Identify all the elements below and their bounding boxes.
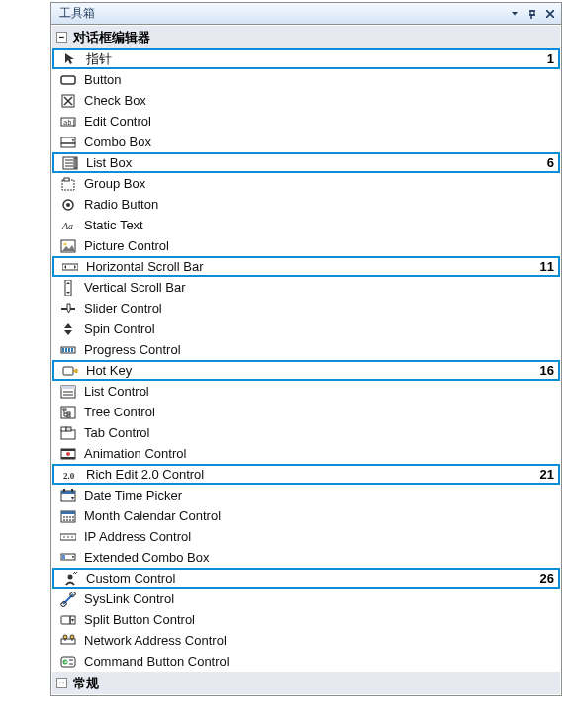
netaddr-icon	[60, 633, 76, 649]
toolbox-item[interactable]: Radio Button	[52, 194, 560, 215]
cmdbutton-icon	[60, 654, 76, 670]
toolbox-item[interactable]: Button	[52, 69, 560, 90]
toolbox-item[interactable]: 2.0Rich Edit 2.0 Control21	[52, 464, 560, 485]
toolbox-item[interactable]: Check Box	[52, 90, 560, 111]
toolbox-item[interactable]: 指针1	[52, 48, 560, 69]
close-icon[interactable]	[541, 6, 559, 22]
svg-rect-38	[67, 415, 70, 417]
button-icon	[60, 72, 76, 88]
svg-rect-27	[63, 367, 73, 375]
toolbox-item[interactable]: Spin Control	[52, 318, 560, 339]
toolbox-item[interactable]: Tree Control	[52, 402, 560, 422]
pin-icon[interactable]	[523, 6, 541, 22]
svg-rect-24	[65, 348, 67, 352]
datetime-icon	[60, 488, 76, 503]
svg-rect-13	[64, 178, 69, 181]
toolbox-item[interactable]: Horizontal Scroll Bar11	[52, 256, 560, 277]
extcombo-icon	[60, 550, 76, 566]
svg-rect-25	[68, 348, 70, 352]
toolbox-item-label: Extended Combo Box	[84, 550, 209, 565]
toolbox-item-label: Group Box	[84, 176, 145, 191]
row-number: 21	[540, 467, 554, 482]
toolbox-title: 工具箱	[59, 5, 95, 22]
row-number: 11	[540, 259, 554, 274]
syslink-icon	[60, 592, 76, 607]
svg-rect-43	[61, 449, 75, 451]
toolbox-item-label: Command Button Control	[84, 654, 230, 669]
dropdown-icon[interactable]	[506, 6, 523, 22]
svg-rect-23	[62, 348, 64, 352]
toolbox-item[interactable]: Group Box	[52, 173, 560, 194]
toolbox-item-label: Vertical Scroll Bar	[84, 280, 186, 295]
collapse-icon[interactable]: −	[56, 678, 67, 688]
svg-rect-11	[74, 158, 76, 168]
row-number: 26	[540, 571, 554, 586]
svg-rect-72	[61, 639, 75, 644]
richedit-icon: 2.0	[62, 467, 78, 483]
section-general[interactable]: − 常规	[52, 672, 560, 694]
toolbox-item[interactable]: Slider Control	[52, 298, 560, 318]
toolbox-item[interactable]: Custom Control26	[52, 568, 560, 589]
toolbox-item[interactable]: IP Address Control	[52, 526, 560, 547]
svg-rect-57	[63, 519, 65, 521]
svg-text:Aa: Aa	[61, 221, 73, 231]
toolbox-item[interactable]: Extended Combo Box	[52, 547, 560, 568]
toolbox-item[interactable]: Tab Control	[52, 422, 560, 443]
toolbox-item-label: Horizontal Scroll Bar	[86, 259, 204, 274]
picture-icon	[60, 238, 76, 254]
month-icon	[60, 508, 76, 524]
row-number: 1	[547, 51, 554, 66]
toolbox-item-label: Button	[84, 72, 122, 87]
svg-point-18	[64, 242, 67, 245]
toolbox-item[interactable]: Combo Box	[52, 132, 560, 152]
svg-point-62	[63, 536, 65, 538]
toolbox-item[interactable]: Date Time Picker	[52, 485, 560, 505]
toolbox-item[interactable]: Hot Key16	[52, 360, 560, 381]
toolbox-item[interactable]: Progress Control	[52, 339, 560, 360]
section-dialog-editor[interactable]: − 对话框编辑器	[52, 26, 560, 48]
svg-rect-36	[67, 412, 70, 414]
toolbox-item-label: Picture Control	[84, 238, 169, 253]
tab-icon	[60, 425, 76, 441]
toolbox-item[interactable]: Command Button Control	[52, 651, 560, 672]
section-label: 常规	[73, 675, 99, 692]
tree-icon	[60, 405, 76, 420]
svg-rect-54	[66, 516, 68, 518]
toolbox-item-label: Check Box	[84, 93, 146, 108]
toolbox-item[interactable]: List Box6	[52, 152, 560, 173]
svg-point-64	[71, 536, 73, 538]
svg-point-73	[63, 635, 67, 639]
svg-point-45	[66, 452, 70, 456]
toolbox-item[interactable]: SysLink Control	[52, 589, 560, 609]
row-number: 6	[547, 155, 554, 170]
svg-rect-29	[61, 386, 75, 389]
section-label: 对话框编辑器	[73, 29, 150, 46]
toolbox-item[interactable]: Animation Control	[52, 443, 560, 464]
row-number: 16	[540, 363, 554, 378]
toolbox-item[interactable]: AaStatic Text	[52, 215, 560, 235]
toolbox-item-label: Animation Control	[84, 446, 186, 461]
toolbox-item-label: List Control	[84, 384, 149, 399]
toolbox-item[interactable]: List Control	[52, 381, 560, 402]
toolbox-item[interactable]: ab|Edit Control	[52, 111, 560, 132]
statictext-icon: Aa	[60, 218, 76, 233]
listbox-icon	[62, 155, 78, 171]
hotkey-icon	[62, 363, 78, 379]
svg-text:2.0: 2.0	[63, 471, 75, 481]
toolbox-item-label: Slider Control	[84, 301, 162, 316]
toolbox-item[interactable]: Network Address Control	[52, 630, 560, 651]
collapse-icon[interactable]: −	[56, 32, 67, 43]
toolbox-titlebar[interactable]: 工具箱	[51, 3, 561, 25]
toolbox-item[interactable]: Picture Control	[52, 235, 560, 256]
progress-icon	[60, 342, 76, 358]
toolbox-item[interactable]: Vertical Scroll Bar	[52, 277, 560, 298]
edit-icon: ab|	[60, 114, 76, 130]
toolbox-item[interactable]: Month Calendar Control	[52, 505, 560, 526]
svg-point-67	[68, 574, 73, 579]
toolbox-item[interactable]: Split Button Control	[52, 609, 560, 630]
toolbox-item-label: Split Button Control	[84, 612, 195, 627]
toolbox-item-label: Combo Box	[84, 135, 151, 149]
toolbox-item-label: Edit Control	[84, 114, 151, 129]
svg-rect-6	[61, 143, 75, 147]
toolbox-item-label: Rich Edit 2.0 Control	[86, 467, 204, 482]
